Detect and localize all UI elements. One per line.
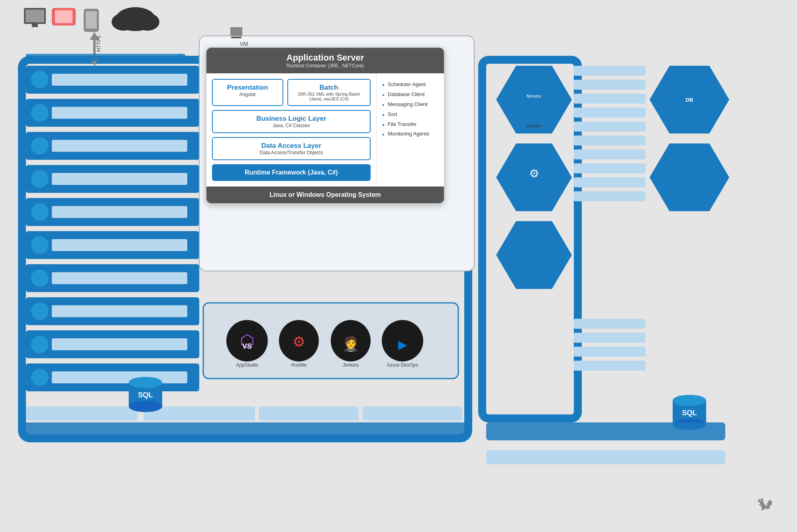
svg-text:🤵: 🤵 (342, 335, 360, 352)
svg-point-13 (31, 170, 49, 188)
svg-text:AppStudio: AppStudio (236, 362, 258, 368)
svg-text:Ansible: Ansible (291, 362, 307, 368)
sidebar-item-sort: Sort (381, 110, 439, 120)
svg-point-31 (31, 369, 49, 386)
svg-text:🐿: 🐿 (757, 496, 773, 513)
svg-point-49 (112, 13, 135, 31)
svg-text:Monitor: Monitor (527, 124, 542, 128)
svg-text:HTTPs: HTTPs (96, 35, 102, 52)
sidebar-item-database: Database Client (381, 90, 439, 100)
sidebar-item-messaging: Messaging Client (381, 100, 439, 110)
sidebar-item-monitoring: Monitoring Agents (381, 129, 439, 139)
svg-rect-92 (574, 66, 646, 76)
svg-point-74 (129, 401, 162, 412)
svg-rect-51 (26, 54, 185, 61)
svg-rect-107 (486, 450, 725, 464)
svg-rect-46 (26, 10, 44, 22)
svg-rect-42 (55, 10, 73, 23)
svg-rect-47 (32, 24, 38, 27)
batch-box: Batch JSR-352 XML with Spring Batch (Jav… (287, 79, 371, 106)
app-server-panel: Application Server Runtime Container (JR… (206, 47, 445, 204)
app-server-title: Application Server (214, 53, 436, 63)
svg-rect-44 (86, 11, 97, 29)
sidebar-list: Scheduler Agent Database Client Messagin… (381, 80, 439, 139)
svg-rect-20 (52, 239, 187, 251)
sidebar-item-file-transfer: File Transfer (381, 120, 439, 130)
svg-point-19 (31, 236, 49, 254)
sidebar-item-scheduler: Scheduler Agent (381, 80, 439, 90)
app-server-body: Presentation Angular Batch JSR-352 XML w… (206, 73, 444, 186)
svg-rect-106 (486, 422, 725, 440)
svg-text:Jenkins: Jenkins (343, 362, 359, 368)
presentation-box: Presentation Angular (212, 79, 283, 106)
svg-point-25 (31, 302, 49, 320)
svg-point-50 (135, 13, 159, 31)
svg-point-22 (31, 269, 49, 287)
svg-rect-99 (574, 163, 646, 173)
svg-point-90 (673, 395, 706, 406)
svg-point-75 (129, 377, 162, 388)
svg-text:SQL: SQL (138, 391, 153, 399)
os-footer: Linux or Windows Operating System (206, 186, 444, 203)
svg-rect-17 (52, 206, 187, 218)
svg-rect-68 (26, 406, 137, 420)
bll-subtitle: Java, C# Classes (217, 123, 366, 128)
svg-text:DB: DB (686, 97, 693, 103)
svg-rect-96 (574, 122, 646, 132)
dal-subtitle: Data Access/Transfer Objects (217, 150, 366, 155)
svg-rect-97 (574, 135, 646, 145)
svg-point-7 (31, 104, 49, 122)
business-logic-layer-box: Business Logic Layer Java, C# Classes (212, 110, 371, 133)
svg-rect-8 (52, 107, 187, 119)
batch-subtitle: JSR-352 XML with Spring Batch (Java), ea… (292, 92, 366, 101)
dal-title: Data Access Layer (217, 142, 366, 150)
svg-rect-95 (574, 108, 646, 118)
svg-rect-104 (574, 347, 646, 357)
runtime-framework-box: Runtime Framework (Java, C#) (212, 164, 371, 181)
app-server-subtitle: Runtime Container (JRE, .NETCore) (214, 63, 436, 69)
presentation-title: Presentation (217, 84, 279, 92)
svg-rect-35 (230, 27, 242, 36)
batch-title: Batch (292, 84, 366, 92)
svg-rect-11 (52, 140, 187, 152)
app-server-main: Presentation Angular Batch JSR-352 XML w… (206, 73, 376, 186)
svg-rect-71 (363, 406, 462, 420)
svg-rect-67 (22, 422, 468, 440)
svg-text:Azure DevOps: Azure DevOps (387, 362, 418, 368)
svg-text:⚙: ⚙ (529, 167, 539, 180)
svg-rect-14 (52, 173, 187, 185)
svg-rect-36 (231, 37, 241, 38)
svg-rect-26 (52, 305, 187, 317)
svg-point-10 (31, 137, 49, 155)
svg-rect-100 (574, 177, 646, 187)
svg-text:Monitor: Monitor (527, 94, 542, 98)
svg-rect-93 (574, 80, 646, 90)
svg-rect-94 (574, 94, 646, 104)
svg-rect-5 (52, 74, 187, 86)
svg-text:⚙: ⚙ (292, 334, 305, 350)
svg-rect-102 (574, 319, 646, 329)
data-access-layer-box: Data Access Layer Data Access/Transfer O… (212, 137, 371, 160)
presentation-subtitle: Angular (217, 92, 279, 97)
svg-rect-105 (574, 361, 646, 371)
presentation-batch-row: Presentation Angular Batch JSR-352 XML w… (212, 79, 371, 106)
svg-rect-98 (574, 149, 646, 159)
svg-text:▶: ▶ (398, 338, 407, 351)
svg-point-16 (31, 203, 49, 221)
svg-text:SQL: SQL (682, 409, 697, 417)
svg-rect-101 (574, 191, 646, 201)
app-server-header: Application Server Runtime Container (JR… (206, 48, 444, 73)
svg-rect-70 (259, 406, 359, 420)
svg-point-4 (31, 71, 49, 88)
svg-rect-32 (52, 371, 187, 383)
svg-rect-29 (52, 338, 187, 350)
bll-title: Business Logic Layer (217, 115, 366, 123)
svg-rect-23 (52, 272, 187, 284)
app-server-sidebar: Scheduler Agent Database Client Messagin… (376, 73, 444, 186)
svg-text:VS: VS (242, 342, 252, 350)
svg-point-28 (31, 336, 49, 353)
svg-text:VM: VM (240, 41, 248, 47)
svg-rect-103 (574, 333, 646, 343)
